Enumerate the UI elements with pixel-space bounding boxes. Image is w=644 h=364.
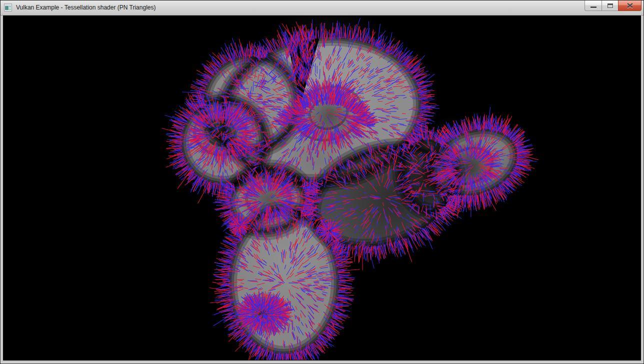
- minimize-icon: [590, 6, 596, 8]
- minimize-button[interactable]: [584, 0, 602, 11]
- render-viewport: [3, 16, 641, 360]
- viewport-canvas[interactable]: [3, 16, 641, 360]
- window-title: Vulkan Example - Tessellation shader (PN…: [16, 4, 156, 11]
- window: Vulkan Example - Tessellation shader (PN…: [0, 0, 644, 364]
- window-controls: [584, 0, 642, 11]
- close-button[interactable]: [618, 0, 642, 11]
- window-titlebar[interactable]: Vulkan Example - Tessellation shader (PN…: [0, 0, 644, 16]
- maximize-button[interactable]: [602, 0, 618, 11]
- close-icon: [626, 2, 634, 8]
- window-icon: [4, 4, 12, 12]
- maximize-icon: [608, 4, 613, 8]
